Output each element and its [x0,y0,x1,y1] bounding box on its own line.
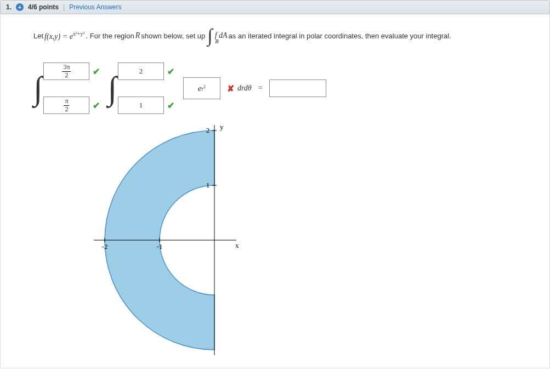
y-axis-label: y [220,125,224,131]
fxy-expr: f(x,y) = ex²+y² [44,31,84,41]
result-input[interactable] [269,79,326,97]
check-icon: ✔ [167,100,174,111]
y-tick-label: 2 [206,126,210,134]
prompt-text: Let [33,32,43,40]
prompt-text: as an iterated integral in polar coordin… [229,32,451,40]
outer-integral-group: ∫ 3π2 ✔ π2 ✔ [33,63,100,114]
prompt-text: shown below, set up [141,32,205,40]
equals-sign: = [258,84,263,93]
outer-upper-bound-input[interactable]: 3π2 [43,63,89,80]
check-icon: ✔ [93,66,100,77]
integrand-input[interactable]: er2 [183,77,220,99]
inner-lower-bound-input[interactable]: 1 [118,96,164,114]
integral-icon: ∫ [33,72,42,105]
x-icon: ✘ [227,83,234,94]
check-icon: ✔ [93,100,100,111]
question-number: 1. [6,3,12,11]
check-icon: ✔ [167,66,174,77]
answer-row: ∫ 3π2 ✔ π2 ✔ ∫ [33,63,533,114]
inner-integral-group: ∫ 2 ✔ 1 ✔ [107,63,174,114]
graph-svg: -2 -1 1 2 x y [88,125,253,355]
outer-lower-bound-input[interactable]: π2 [43,96,89,114]
integral-icon: ∫ [107,72,116,105]
x-tick-label: -1 [157,242,163,251]
expand-icon[interactable]: + [16,3,24,11]
integral-icon: ∫R [207,25,212,46]
question-header: 1. + 4/6 points | Previous Answers [0,0,550,14]
question-content: Let f(x,y) = ex²+y² . For the region R s… [0,14,550,368]
divider: | [63,3,65,11]
points-label: 4/6 points [28,3,59,11]
x-axis-label: x [235,241,239,249]
drdtheta-label: drdθ [237,84,252,93]
x-tick-label: -2 [102,242,108,251]
inner-upper-bound-input[interactable]: 2 [118,63,164,80]
region-r: R [135,31,140,40]
previous-answers-link[interactable]: Previous Answers [69,3,121,11]
question-prompt: Let f(x,y) = ex²+y² . For the region R s… [33,25,533,46]
region-graph: -2 -1 1 2 x y [88,125,533,357]
y-tick-label: 1 [206,181,210,189]
prompt-text: . For the region [86,32,134,40]
